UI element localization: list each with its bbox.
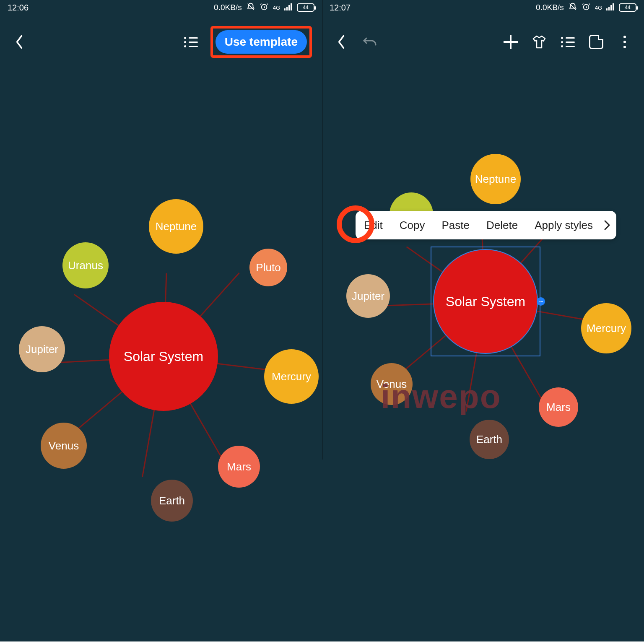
node-jupiter[interactable]: Jupiter — [19, 326, 65, 372]
ctx-delete[interactable]: Delete — [478, 211, 526, 239]
edit-highlight-ring — [337, 205, 374, 243]
context-menu: Edit Copy Paste Delete Apply styles — [356, 211, 616, 239]
node-center[interactable]: Solar System — [109, 302, 218, 411]
node-uranus[interactable]: Uranus — [62, 242, 109, 288]
node-earth[interactable]: Earth — [470, 420, 509, 459]
node-pluto[interactable]: Pluto — [249, 249, 287, 286]
node-jupiter[interactable]: Jupiter — [346, 274, 390, 318]
node-center-label: Solar System — [446, 294, 525, 309]
node-mars[interactable]: Mars — [539, 387, 578, 427]
ctx-paste[interactable]: Paste — [434, 211, 478, 239]
node-mercury[interactable]: Mercury — [264, 349, 319, 404]
node-neptune[interactable]: Neptune — [149, 199, 203, 254]
ctx-copy[interactable]: Copy — [391, 211, 434, 239]
node-earth[interactable]: Earth — [151, 480, 193, 522]
node-center-selected[interactable]: Solar System – — [433, 249, 538, 354]
watermark: inwepo — [381, 377, 501, 416]
ctx-more[interactable] — [601, 211, 616, 239]
node-mercury[interactable]: Mercury — [581, 303, 631, 353]
node-mars[interactable]: Mars — [218, 446, 260, 488]
bottom-edge — [0, 641, 644, 644]
blank-area — [0, 460, 644, 644]
node-venus[interactable]: Venus — [41, 423, 87, 469]
node-neptune[interactable]: Neptune — [470, 154, 521, 204]
add-child-handle[interactable]: – — [537, 297, 545, 306]
ctx-apply[interactable]: Apply styles — [526, 211, 601, 239]
